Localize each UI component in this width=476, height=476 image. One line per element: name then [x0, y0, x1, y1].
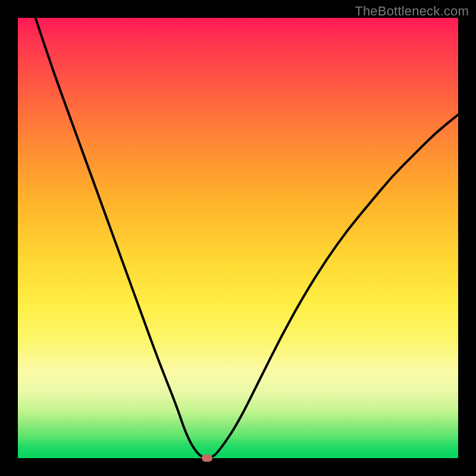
- watermark-text: TheBottleneck.com: [355, 4, 469, 19]
- curve-svg: [18, 18, 458, 458]
- bottleneck-curve: [36, 18, 458, 458]
- optimal-marker: [202, 455, 212, 462]
- chart-frame: TheBottleneck.com: [0, 0, 476, 476]
- chart-plot-area: [18, 18, 458, 458]
